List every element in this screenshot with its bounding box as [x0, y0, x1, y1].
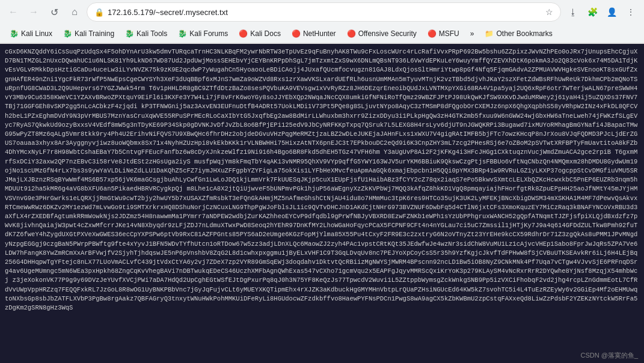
bookmark-msfu[interactable]: 🔴 MSFU — [423, 28, 464, 40]
kali-linux-label: Kali Linux — [21, 29, 52, 38]
bookmark-nethunter[interactable]: 🔴 NetHunter — [287, 28, 341, 40]
bookmark-other[interactable]: 📁 Other Bookmarks — [480, 28, 557, 40]
bookmarks-bar: 🐉 Kali Linux 🐉 Kali Training 🐉 Kali Tool… — [0, 24, 644, 43]
menu-button[interactable]: ⋮ — [622, 4, 639, 20]
star-icon[interactable]: ☆ — [545, 7, 553, 17]
kali-training-icon: 🐉 — [63, 29, 72, 38]
lock-icon: 🔒 — [94, 8, 104, 17]
page-text-content: cGxD6KNZQddY6iCsSuqPzUdqSx4F5ohDYnArU3kw… — [5, 47, 639, 313]
bookmark-kali-training[interactable]: 🐉 Kali Training — [58, 28, 119, 40]
kali-tools-icon: 🐉 — [125, 29, 134, 38]
kali-docs-label: Kali Docs — [250, 29, 281, 38]
address-bar-container: 🔒 ☆ — [87, 2, 561, 22]
nav-right: ⭳ 🧩 👤 ⋮ — [565, 4, 639, 20]
bookmark-more[interactable]: » — [465, 28, 479, 40]
extension-button[interactable]: 🧩 — [584, 4, 601, 20]
kali-forums-icon: 🐉 — [178, 29, 187, 38]
watermark: CSDN @落寞的鱼_ — [580, 351, 638, 360]
nethunter-label: NetHunter — [303, 29, 336, 38]
reload-button[interactable]: ↺ — [46, 4, 63, 20]
download-button[interactable]: ⭳ — [565, 4, 581, 20]
kali-forums-label: Kali Forums — [189, 29, 228, 38]
bookmark-kali-forums[interactable]: 🐉 Kali Forums — [173, 28, 233, 40]
other-bookmarks-label: Other Bookmarks — [496, 29, 552, 38]
offensive-security-icon: 🔴 — [347, 29, 356, 38]
browser-chrome: ← → ↺ ⌂ 🔒 ☆ ⭳ 🧩 👤 ⋮ 🐉 Kali Linux 🐉 Kali … — [0, 0, 644, 44]
offensive-security-label: Offensive Security — [358, 29, 417, 38]
forward-button[interactable]: → — [25, 4, 42, 20]
address-input[interactable] — [108, 8, 542, 17]
msfu-icon: 🔴 — [428, 29, 437, 38]
more-icon: » — [470, 29, 474, 38]
bookmark-kali-docs[interactable]: 🔴 Kali Docs — [234, 28, 286, 40]
bookmark-offensive-security[interactable]: 🔴 Offensive Security — [342, 28, 422, 40]
home-button[interactable]: ⌂ — [66, 4, 83, 20]
kali-linux-icon: 🐉 — [10, 29, 19, 38]
other-bookmarks-icon: 📁 — [485, 29, 494, 38]
content-area: cGxD6KNZQddY6iCsSuqPzUdqSx4F5ohDYnArU3kw… — [0, 44, 644, 363]
profile-button[interactable]: 👤 — [603, 4, 620, 20]
kali-docs-icon: 🔴 — [239, 29, 248, 38]
nethunter-icon: 🔴 — [292, 29, 301, 38]
nav-bar: ← → ↺ ⌂ 🔒 ☆ ⭳ 🧩 👤 ⋮ — [0, 0, 644, 24]
bookmark-kali-linux[interactable]: 🐉 Kali Linux — [5, 28, 57, 40]
bookmark-kali-tools[interactable]: 🐉 Kali Tools — [120, 28, 172, 40]
kali-tools-label: Kali Tools — [136, 29, 167, 38]
msfu-label: MSFU — [439, 29, 459, 38]
kali-training-label: Kali Training — [75, 29, 114, 38]
back-button[interactable]: ← — [5, 4, 22, 20]
